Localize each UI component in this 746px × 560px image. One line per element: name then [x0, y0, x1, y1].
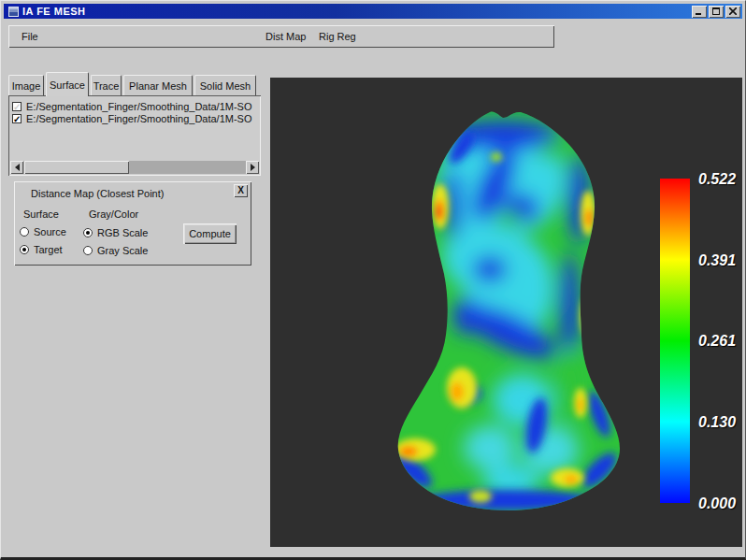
colorbar-gradient: [660, 179, 690, 503]
colorbar-label: 0.391: [698, 252, 746, 269]
close-button[interactable]: [725, 6, 740, 18]
radio-target[interactable]: Target: [20, 244, 63, 255]
tab-surface[interactable]: Surface: [46, 72, 89, 96]
menu-rig-reg[interactable]: Rig Reg: [315, 29, 360, 44]
file-path: E:/Segmentation_Finger/Smoothing_Data/1M…: [26, 101, 252, 112]
surface-group-label: Surface: [23, 208, 59, 220]
colorbar-label: 0.130: [698, 414, 746, 431]
menu-file[interactable]: File: [18, 29, 42, 44]
tab-solid-mesh[interactable]: Solid Mesh: [194, 75, 256, 96]
scroll-right-button[interactable]: [246, 161, 259, 174]
panel-title: Distance Map (Closest Point): [31, 188, 164, 199]
colorbar-label: 0.522: [698, 171, 746, 188]
radio-icon[interactable]: [20, 227, 29, 237]
scroll-left-button[interactable]: [10, 161, 23, 174]
title-bar[interactable]: IA FE MESH: [4, 4, 742, 19]
window-title: IA FE MESH: [22, 5, 86, 18]
maximize-button[interactable]: [709, 6, 724, 18]
list-item[interactable]: ✓ E:/Segmentation_Finger/Smoothing_Data/…: [12, 100, 257, 112]
graycolor-group-label: Gray/Color: [89, 208, 138, 220]
list-item[interactable]: ✓ E:/Segmentation_Finger/Smoothing_Data/…: [12, 112, 257, 124]
colorbar-label: 0.000: [698, 495, 746, 512]
radio-icon[interactable]: [20, 245, 29, 254]
radio-gray-scale[interactable]: Gray Scale: [83, 245, 148, 256]
arrow-left-icon: [15, 164, 20, 171]
radio-rgb-scale[interactable]: RGB Scale: [83, 227, 148, 238]
radio-icon[interactable]: [83, 228, 93, 237]
horizontal-scrollbar[interactable]: [10, 161, 259, 174]
minimize-icon: [696, 8, 703, 15]
distance-map-panel: Distance Map (Closest Point) X Surface G…: [14, 181, 251, 266]
render-viewport[interactable]: 0.522 0.391 0.261 0.130 0.000: [270, 78, 742, 547]
menu-bar: File Dist Map Rig Reg: [8, 25, 554, 48]
tab-trace[interactable]: Trace: [91, 75, 122, 96]
checkbox-icon[interactable]: ✓: [12, 114, 22, 123]
file-path: E:/Segmentation_Finger/Smoothing_Data/1M…: [26, 113, 252, 124]
close-icon: [729, 7, 737, 15]
panel-close-button[interactable]: X: [234, 184, 248, 197]
scrollbar-thumb[interactable]: [24, 161, 129, 174]
tab-image[interactable]: Image: [8, 75, 44, 96]
radio-label: Source: [34, 226, 66, 237]
arrow-right-icon: [251, 164, 255, 171]
radio-label: Target: [34, 244, 63, 255]
menu-dist-map[interactable]: Dist Map: [262, 29, 309, 44]
radio-icon[interactable]: [83, 246, 93, 255]
checkbox-icon[interactable]: ✓: [12, 102, 22, 111]
app-window: IA FE MESH File Dist Map Rig Reg Image S…: [0, 0, 746, 560]
surface-file-list: ✓ E:/Segmentation_Finger/Smoothing_Data/…: [8, 95, 261, 176]
minimize-button[interactable]: [692, 6, 707, 18]
tab-planar-mesh[interactable]: Planar Mesh: [123, 75, 193, 96]
colorbar-label: 0.261: [698, 333, 746, 350]
radio-label: RGB Scale: [97, 227, 148, 238]
app-icon[interactable]: [8, 7, 19, 17]
radio-source[interactable]: Source: [20, 226, 66, 237]
compute-button[interactable]: Compute: [183, 223, 237, 244]
maximize-icon: [712, 7, 720, 15]
radio-label: Gray Scale: [97, 245, 148, 256]
